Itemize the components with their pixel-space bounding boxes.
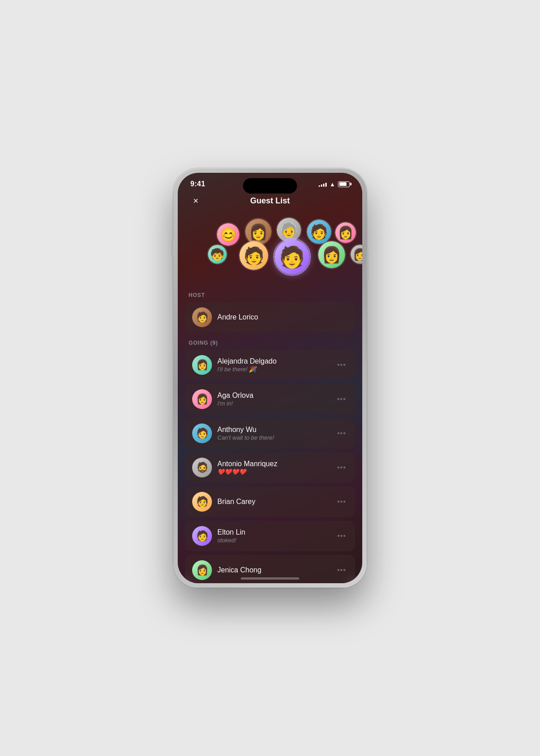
guest-more-button-3[interactable]: ••• [335, 462, 348, 473]
guest-name-0: Alejandra Delgado [217, 357, 330, 365]
guest-info-5: Elton Linstoked! [217, 528, 330, 544]
battery-icon [338, 181, 350, 187]
signal-bar-1 [319, 185, 320, 187]
host-info: Andre Lorico [217, 313, 348, 322]
guest-list-item[interactable]: 👩Aga OrlovaI'm in!••• [185, 384, 355, 414]
guest-list-item[interactable]: 🧑Anthony WuCan't wait to be there!••• [185, 418, 355, 449]
cluster-avatar-4: 👩 [334, 221, 357, 244]
status-time: 9:41 [190, 180, 205, 188]
cluster-avatar-6: 🧑 [238, 240, 269, 271]
cluster-avatar-9: 👩 [350, 244, 362, 265]
guest-more-button-5[interactable]: ••• [335, 530, 348, 542]
wifi-icon: ▲ [329, 181, 335, 188]
guest-name-4: Brian Carey [217, 498, 330, 506]
guest-more-button-2[interactable]: ••• [335, 428, 348, 439]
guest-name-5: Elton Lin [217, 528, 330, 536]
going-section-label: GOING (9) [185, 340, 355, 346]
guest-status-3: ❤️❤️❤️❤️ [217, 468, 330, 475]
host-name: Andre Lorico [217, 313, 348, 321]
guest-status-2: Can't wait to be there! [217, 434, 330, 441]
nav-bar: × Guest List [178, 192, 362, 213]
host-avatar: 🧑 [192, 307, 212, 327]
guest-avatar-0: 👩 [192, 355, 212, 375]
guest-info-0: Alejandra DelgadoI'll be there! 🎉 [217, 357, 330, 373]
close-icon: × [193, 196, 198, 205]
cluster-avatar-7: 🧑 [273, 238, 311, 276]
guest-avatar-2: 🧑 [192, 423, 212, 443]
guest-avatar-6: 👩 [192, 560, 212, 580]
signal-bar-2 [321, 184, 322, 187]
guest-list-item[interactable]: 🧔Antonio Manriquez❤️❤️❤️❤️••• [185, 452, 355, 483]
cluster-avatar-8: 👩 [317, 240, 346, 269]
guest-more-button-4[interactable]: ••• [335, 496, 348, 508]
close-button[interactable]: × [189, 194, 203, 208]
guest-avatar-1: 👩 [192, 389, 212, 409]
host-section-label: HOST [185, 292, 355, 298]
home-indicator [241, 577, 299, 580]
signal-bar-4 [325, 183, 327, 187]
status-icons: ▲ [319, 181, 350, 188]
guest-info-1: Aga OrlovaI'm in! [217, 392, 330, 407]
guest-name-1: Aga Orlova [217, 392, 330, 400]
phone-screen: 9:41 ▲ × Guest List [178, 173, 362, 583]
guest-avatar-5: 🧑 [192, 526, 212, 546]
signal-icon [319, 181, 327, 187]
guest-list: 👩Alejandra DelgadoI'll be there! 🎉•••👩Ag… [185, 350, 355, 583]
battery-fill [339, 182, 347, 186]
guest-info-4: Brian Carey [217, 498, 330, 506]
guest-more-button-6[interactable]: ••• [335, 564, 348, 576]
guest-status-0: I'll be there! 🎉 [217, 366, 330, 373]
guest-status-1: I'm in! [217, 400, 330, 407]
guest-status-5: stoked! [217, 537, 330, 544]
host-card[interactable]: 🧑 Andre Lorico [185, 302, 355, 333]
content-area: HOST 🧑 Andre Lorico GOING (9) 👩Alejandra… [178, 292, 362, 583]
guest-info-2: Anthony WuCan't wait to be there! [217, 426, 330, 441]
cluster-avatar-5: 🧒 [207, 244, 228, 265]
guest-avatar-3: 🧔 [192, 458, 212, 477]
guest-list-item[interactable]: 👩Alejandra DelgadoI'll be there! 🎉••• [185, 350, 355, 380]
guest-more-button-0[interactable]: ••• [335, 359, 348, 371]
guest-info-6: Jenica Chong [217, 566, 330, 575]
guest-name-3: Antonio Manriquez [217, 460, 330, 468]
guest-avatar-4: 🧑 [192, 492, 212, 512]
signal-bar-3 [323, 184, 324, 187]
guest-list-item[interactable]: 🧑Brian Carey••• [185, 486, 355, 517]
guest-info-3: Antonio Manriquez❤️❤️❤️❤️ [217, 460, 330, 475]
guest-name-2: Anthony Wu [217, 426, 330, 434]
cluster-avatar-0: 😊 [216, 222, 240, 247]
phone-frame: 9:41 ▲ × Guest List [173, 168, 367, 588]
avatar-cluster: 😊👩🧓🧑👩🧒🧑🧑👩👩 [187, 213, 353, 292]
guest-more-button-1[interactable]: ••• [335, 393, 348, 405]
guest-name-6: Jenica Chong [217, 566, 330, 574]
dynamic-island [243, 178, 297, 194]
page-title: Guest List [250, 196, 290, 206]
guest-list-item[interactable]: 🧑Elton Linstoked!••• [185, 521, 355, 551]
going-section: GOING (9) 👩Alejandra DelgadoI'll be ther… [185, 340, 355, 583]
